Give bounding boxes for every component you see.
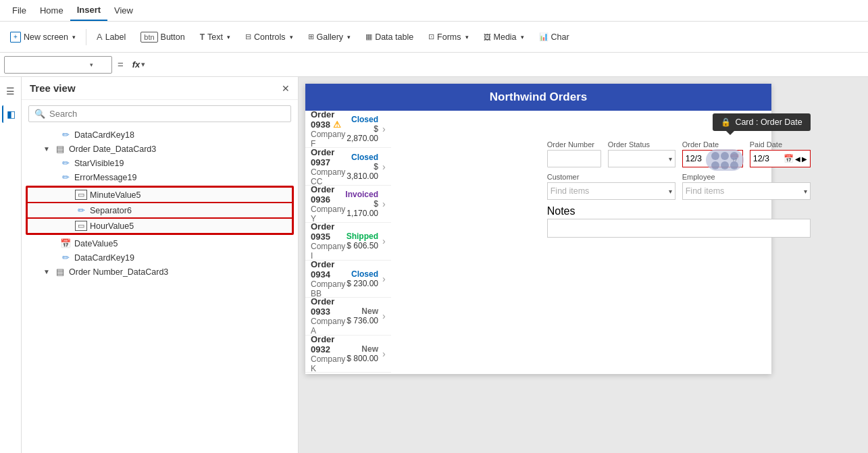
order-status: Shipped	[347, 232, 378, 241]
tree-search-box[interactable]: 🔍	[28, 105, 291, 122]
datatable-button[interactable]: ▦ Data table	[359, 26, 419, 49]
newscreen-button[interactable]: + New screen ▾	[4, 26, 82, 49]
date-circles-overlay	[706, 149, 744, 171]
toolbar: + New screen ▾ A Label btn Button T Text…	[0, 22, 868, 53]
order-status: Closed	[347, 269, 378, 279]
label-icon: A	[97, 32, 103, 42]
formula-bar: Tooltip ▾ = fx ▾	[0, 53, 868, 77]
paid-date-input[interactable]: 12/3 📅 ◀ ▶	[750, 150, 811, 167]
formula-field-selector[interactable]: Tooltip ▾	[4, 56, 112, 74]
order-number: Order 0938 ⚠	[311, 109, 345, 130]
tree-item-order-date-datacard3[interactable]: ▼ ▤ Order Date_DataCard3	[22, 142, 298, 156]
order-item[interactable]: Order 0936 Company Y Invoiced $ 1,170.00…	[305, 186, 391, 223]
order-item[interactable]: Order 0932 Company K New $ 800.00 ›	[305, 336, 391, 373]
order-number: Order 0932	[311, 334, 347, 354]
text-button[interactable]: T Text ▾	[194, 26, 236, 49]
order-status-select[interactable]: ▾	[608, 150, 675, 167]
order-right: New $ 800.00	[347, 344, 378, 363]
tree-item-order-number-datacard3[interactable]: ▼ ▤ Order Number_DataCard3	[22, 265, 298, 279]
formula-fx-area: fx ▾	[129, 56, 149, 74]
tree-item-starvisible19[interactable]: ✏ StarVisible19	[22, 156, 298, 170]
button-icon: btn	[141, 32, 157, 43]
charts-button[interactable]: 📊 Char	[533, 26, 576, 49]
order-amount: $ 1,170.00	[345, 199, 378, 218]
charts-icon: 📊	[539, 32, 548, 41]
fx-caret: ▾	[141, 60, 145, 69]
order-date-value: 12/3	[686, 154, 702, 163]
employee-caret: ▾	[804, 188, 807, 195]
button-button[interactable]: btn Button	[134, 26, 190, 49]
order-item[interactable]: Order 0933 Company A New $ 736.00 ›	[305, 298, 391, 335]
media-caret: ▾	[521, 34, 524, 41]
order-status: Closed	[345, 153, 378, 162]
menubar: File Home Insert View	[0, 0, 868, 22]
tree-search-input[interactable]	[49, 109, 285, 119]
order-company: Company CC	[311, 167, 345, 186]
tree-item-hourvalue5[interactable]: ▭ HourValue5	[27, 218, 292, 234]
order-right: Closed $ 230.00	[347, 269, 378, 288]
order-chevron-icon: ›	[382, 273, 386, 284]
customer-label: Customer	[547, 173, 675, 181]
tree-label: DataCardKey19	[74, 253, 134, 263]
canvas-area: Northwind Orders Order 0938 ⚠ Company F …	[299, 77, 868, 453]
order-item[interactable]: Order 0935 Company I Shipped $ 606.50 ›	[305, 223, 391, 260]
media-button[interactable]: 🖼 Media ▾	[478, 26, 530, 49]
employee-select[interactable]: Find items ▾	[682, 182, 811, 200]
order-right: Closed $ 3,810.00	[345, 153, 378, 181]
order-item[interactable]: Order 0938 ⚠ Company F Closed $ 2,870.00…	[305, 111, 391, 148]
forms-button[interactable]: ⊡ Forms ▾	[422, 26, 474, 49]
edit-icon: ✏	[59, 158, 72, 168]
menu-insert[interactable]: Insert	[70, 0, 107, 21]
nav-prev[interactable]: ◀	[795, 155, 800, 163]
gallery-caret: ▾	[347, 34, 351, 41]
menu-file[interactable]: File	[5, 0, 33, 21]
order-left: Order 0935 Company I	[311, 221, 347, 261]
order-right: Closed $ 2,870.00	[345, 115, 378, 143]
order-company: Company F	[311, 130, 345, 149]
tree-item-separator6[interactable]: ✏ Separator6	[27, 203, 292, 218]
tree-panel: Tree view ✕ 🔍 ✏ DataCardKey18 ▼ ▤ Order …	[22, 77, 299, 453]
nav-next[interactable]: ▶	[802, 155, 807, 163]
order-item[interactable]: Order 0934 Company BB Closed $ 230.00 ›	[305, 261, 391, 298]
controls-icon: ⊟	[245, 32, 251, 41]
rect-icon: ▭	[75, 221, 87, 231]
notes-textarea[interactable]	[547, 219, 811, 238]
menu-home[interactable]: Home	[33, 0, 70, 21]
order-company: Company I	[311, 242, 347, 261]
circle	[730, 152, 738, 160]
calendar-icon: 📅	[59, 238, 72, 248]
customer-select[interactable]: Find items ▾	[547, 182, 675, 200]
order-item[interactable]: Order 0937 Company CC Closed $ 3,810.00 …	[305, 148, 391, 185]
tree-close-button[interactable]: ✕	[282, 83, 290, 94]
charts-label: Char	[551, 32, 569, 42]
customer-value: Find items	[551, 186, 669, 196]
tree-panel-header: Tree view ✕	[22, 77, 298, 100]
menu-view[interactable]: View	[107, 0, 140, 21]
app-title: Northwind Orders	[490, 90, 588, 103]
circle	[711, 152, 719, 160]
order-amount: $ 606.50	[347, 241, 378, 250]
order-right: Invoiced $ 1,170.00	[345, 190, 378, 218]
order-status-field: Order Status ▾	[608, 140, 675, 167]
order-chevron-icon: ›	[382, 236, 386, 246]
tree-item-errormessage19[interactable]: ✏ ErrorMessage19	[22, 170, 298, 184]
formula-field-input[interactable]: Tooltip	[9, 59, 90, 70]
tree-item-minutevalue5[interactable]: ▭ MinuteValue5	[27, 187, 292, 203]
gallery-button[interactable]: ⊞ Gallery ▾	[302, 26, 357, 49]
forms-icon: ⊡	[428, 32, 434, 41]
order-amount: $ 3,810.00	[345, 162, 378, 181]
tree-item-datacardkey19[interactable]: ✏ DataCardKey19	[22, 250, 298, 265]
hamburger-button[interactable]: ☰	[2, 82, 20, 100]
tree-item-datevalue5[interactable]: 📅 DateValue5	[22, 236, 298, 250]
order-date-input[interactable]: 12/3 📅	[682, 150, 743, 167]
order-number: Order 0935	[311, 221, 347, 242]
search-icon: 🔍	[34, 109, 45, 119]
order-number-field: Order Number	[547, 140, 601, 167]
order-left: Order 0938 ⚠ Company F	[311, 109, 345, 149]
order-number-input[interactable]	[547, 150, 601, 167]
order-company: Company BB	[311, 279, 347, 298]
layers-button[interactable]: ◧	[2, 105, 20, 123]
controls-button[interactable]: ⊟ Controls ▾	[239, 26, 299, 49]
tree-item-datacardkey18[interactable]: ✏ DataCardKey18	[22, 128, 298, 142]
label-button[interactable]: A Label	[91, 26, 132, 49]
